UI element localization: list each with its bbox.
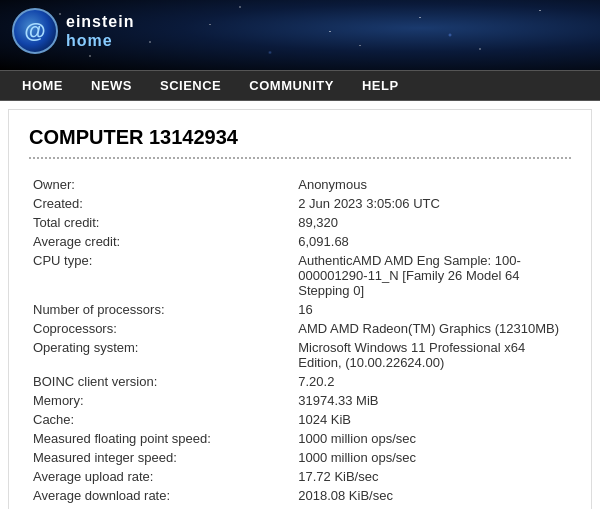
field-label: Average credit: xyxy=(29,232,294,251)
table-row: Memory:31974.33 MiB xyxy=(29,391,571,410)
field-label: Operating system: xyxy=(29,338,294,372)
table-row: BOINC client version:7.20.2 xyxy=(29,372,571,391)
table-row: Average download rate:2018.08 KiB/sec xyxy=(29,486,571,505)
field-value: 1024 KiB xyxy=(294,410,571,429)
field-value: 16 xyxy=(294,300,571,319)
main-content: COMPUTER 13142934 Owner:AnonymousCreated… xyxy=(8,109,592,509)
table-row: Total credit:89,320 xyxy=(29,213,571,232)
logo-text: einstein home xyxy=(66,12,134,50)
nav-item-news[interactable]: NEWS xyxy=(77,71,146,100)
main-nav: HOMENEWSSCIENCECOMMUNITYHELP xyxy=(0,70,600,101)
logo-line2: home xyxy=(66,31,134,50)
field-label: Memory: xyxy=(29,391,294,410)
logo-area: einstein home xyxy=(12,8,134,54)
field-value: Microsoft Windows 11 Professional x64 Ed… xyxy=(294,338,571,372)
table-row: Operating system:Microsoft Windows 11 Pr… xyxy=(29,338,571,372)
table-row: Average credit:6,091.68 xyxy=(29,232,571,251)
nav-item-community[interactable]: COMMUNITY xyxy=(235,71,348,100)
field-label: Number of processors: xyxy=(29,300,294,319)
field-label: Coprocessors: xyxy=(29,319,294,338)
logo-icon xyxy=(12,8,58,54)
field-value: 1000 million ops/sec xyxy=(294,448,571,467)
table-row: Average turnaround time:0.75 days xyxy=(29,505,571,509)
field-label: CPU type: xyxy=(29,251,294,300)
logo-line1: einstein xyxy=(66,12,134,31)
field-label: Created: xyxy=(29,194,294,213)
nav-item-help[interactable]: HELP xyxy=(348,71,413,100)
field-label: Total credit: xyxy=(29,213,294,232)
field-value: AMD AMD Radeon(TM) Graphics (12310MB) xyxy=(294,319,571,338)
field-value: 0.75 days xyxy=(294,505,571,509)
field-label: BOINC client version: xyxy=(29,372,294,391)
field-value: 1000 million ops/sec xyxy=(294,429,571,448)
field-value: 6,091.68 xyxy=(294,232,571,251)
header: einstein home xyxy=(0,0,600,70)
field-label: Measured integer speed: xyxy=(29,448,294,467)
page-title: COMPUTER 13142934 xyxy=(29,126,571,159)
nav-item-home[interactable]: HOME xyxy=(8,71,77,100)
nav-item-science[interactable]: SCIENCE xyxy=(146,71,235,100)
table-row: Measured floating point speed:1000 milli… xyxy=(29,429,571,448)
table-row: Average upload rate:17.72 KiB/sec xyxy=(29,467,571,486)
field-value: 31974.33 MiB xyxy=(294,391,571,410)
field-value: 2018.08 KiB/sec xyxy=(294,486,571,505)
table-row: Measured integer speed:1000 million ops/… xyxy=(29,448,571,467)
field-value: 7.20.2 xyxy=(294,372,571,391)
field-label: Owner: xyxy=(29,175,294,194)
table-row: Coprocessors:AMD AMD Radeon(TM) Graphics… xyxy=(29,319,571,338)
field-value: 2 Jun 2023 3:05:06 UTC xyxy=(294,194,571,213)
field-label: Measured floating point speed: xyxy=(29,429,294,448)
field-value: 17.72 KiB/sec xyxy=(294,467,571,486)
info-table: Owner:AnonymousCreated:2 Jun 2023 3:05:0… xyxy=(29,175,571,509)
table-row: Cache:1024 KiB xyxy=(29,410,571,429)
field-label: Average upload rate: xyxy=(29,467,294,486)
field-label: Average download rate: xyxy=(29,486,294,505)
field-label: Average turnaround time: xyxy=(29,505,294,509)
table-row: CPU type:AuthenticAMD AMD Eng Sample: 10… xyxy=(29,251,571,300)
field-value: AuthenticAMD AMD Eng Sample: 100-0000012… xyxy=(294,251,571,300)
table-row: Number of processors:16 xyxy=(29,300,571,319)
table-row: Owner:Anonymous xyxy=(29,175,571,194)
table-row: Created:2 Jun 2023 3:05:06 UTC xyxy=(29,194,571,213)
field-value: Anonymous xyxy=(294,175,571,194)
field-label: Cache: xyxy=(29,410,294,429)
field-value: 89,320 xyxy=(294,213,571,232)
